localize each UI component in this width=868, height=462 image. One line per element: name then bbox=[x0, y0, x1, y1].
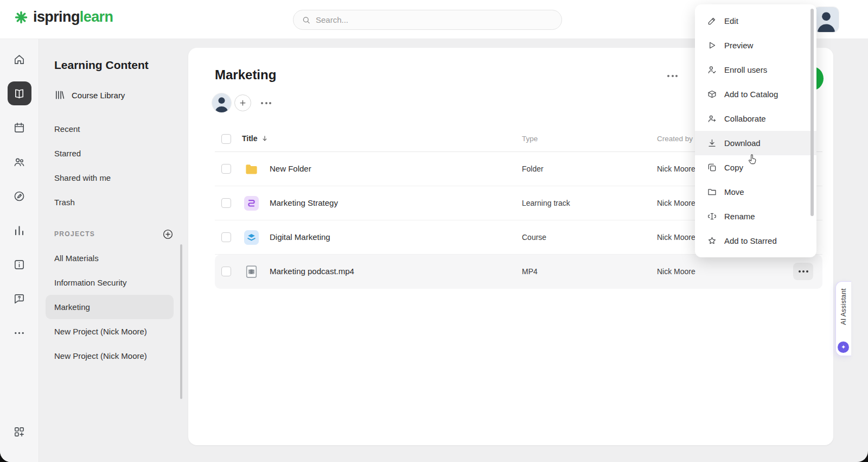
folder-icon bbox=[244, 162, 259, 176]
user-avatar[interactable] bbox=[814, 7, 839, 32]
home-icon bbox=[13, 53, 25, 66]
table-row[interactable]: Marketing podcast.mp4 MP4 Nick Moore bbox=[215, 255, 822, 289]
menu-item-move[interactable]: Move bbox=[695, 180, 816, 204]
star-icon bbox=[707, 236, 717, 246]
app-window: ispringlearn bbox=[0, 0, 868, 462]
download-icon bbox=[707, 138, 717, 148]
catalog-icon bbox=[707, 89, 717, 99]
rail-people-button[interactable] bbox=[8, 150, 31, 174]
menu-item-add-to-catalog[interactable]: Add to Catalog bbox=[695, 82, 816, 106]
sidebar-item-shared-with-me[interactable]: Shared with me bbox=[54, 166, 174, 190]
sort-desc-icon bbox=[261, 135, 269, 142]
search-icon bbox=[302, 15, 311, 25]
rail-calendar-button[interactable] bbox=[8, 116, 31, 140]
row-checkbox[interactable] bbox=[221, 267, 231, 276]
project-item-marketing[interactable]: Marketing bbox=[46, 295, 174, 319]
learning-track-icon bbox=[244, 196, 259, 211]
rail-reports-button[interactable] bbox=[8, 218, 31, 242]
nav-rail bbox=[0, 39, 39, 462]
global-search bbox=[293, 10, 562, 30]
row-title: Marketing podcast.mp4 bbox=[270, 267, 354, 276]
people-icon bbox=[13, 156, 25, 168]
owner-avatar[interactable] bbox=[212, 93, 231, 112]
row-created-by: Nick Moore bbox=[657, 164, 695, 173]
ispring-asterisk-icon bbox=[14, 10, 28, 24]
row-created-by: Nick Moore bbox=[657, 267, 695, 276]
sidebar-item-starred[interactable]: Starred bbox=[54, 141, 174, 166]
folder-more-button[interactable] bbox=[661, 69, 684, 83]
sidebar-nav: Recent Starred Shared with me Trash bbox=[54, 117, 174, 214]
menu-item-download[interactable]: Download bbox=[695, 131, 816, 155]
row-created-by: Nick Moore bbox=[657, 233, 695, 242]
sidebar-item-course-library[interactable]: Course Library bbox=[54, 90, 174, 100]
column-header-title[interactable]: Title bbox=[242, 134, 269, 143]
menu-item-collaborate[interactable]: Collaborate bbox=[695, 106, 816, 131]
video-file-icon bbox=[244, 264, 259, 279]
menu-item-rename[interactable]: Rename bbox=[695, 204, 816, 229]
rail-more-button[interactable] bbox=[8, 321, 31, 345]
row-created-by: Nick Moore bbox=[657, 199, 695, 207]
row-type: MP4 bbox=[522, 267, 538, 276]
apps-grid-icon bbox=[13, 426, 25, 438]
row-type: Folder bbox=[522, 164, 544, 173]
menu-item-add-to-starred[interactable]: Add to Starred bbox=[695, 229, 816, 253]
sidebar-title: Learning Content bbox=[54, 59, 174, 72]
owner-more-button[interactable] bbox=[254, 97, 278, 110]
add-collaborator-button[interactable] bbox=[234, 94, 251, 111]
enroll-users-icon bbox=[707, 65, 717, 75]
copy-icon bbox=[707, 162, 717, 173]
menu-item-copy[interactable]: Copy bbox=[695, 155, 816, 180]
search-input[interactable] bbox=[316, 15, 553, 24]
sidebar-item-recent[interactable]: Recent bbox=[54, 117, 174, 141]
sidebar: Learning Content Course Library Recent S… bbox=[39, 39, 189, 462]
menu-item-edit[interactable]: Edit bbox=[695, 9, 816, 33]
collaborate-icon bbox=[707, 113, 717, 124]
sidebar-scrollbar[interactable] bbox=[180, 244, 182, 399]
menu-item-preview[interactable]: Preview bbox=[695, 33, 816, 58]
info-panel-icon bbox=[13, 258, 25, 271]
pen-circle-icon bbox=[13, 190, 25, 202]
row-type: Learning track bbox=[522, 199, 570, 207]
rail-feedback-button[interactable] bbox=[8, 287, 31, 311]
brand-name: ispringlearn bbox=[33, 9, 113, 26]
add-project-button[interactable] bbox=[162, 229, 174, 240]
row-title: Marketing Strategy bbox=[270, 198, 338, 207]
row-type: Course bbox=[522, 233, 546, 242]
context-menu: Edit Preview Enroll users Add to Catalog… bbox=[695, 4, 816, 257]
book-icon bbox=[13, 87, 25, 100]
select-all-checkbox[interactable] bbox=[221, 134, 231, 144]
rail-assignments-button[interactable] bbox=[8, 184, 31, 208]
row-title: New Folder bbox=[270, 164, 311, 173]
help-chat-icon bbox=[13, 293, 25, 305]
project-item-new-project-1[interactable]: New Project (Nick Moore) bbox=[46, 319, 174, 344]
rail-home-button[interactable] bbox=[8, 47, 31, 71]
ai-sparkle-icon: ✦ bbox=[838, 341, 849, 353]
sidebar-item-label: Course Library bbox=[72, 91, 125, 100]
row-checkbox[interactable] bbox=[221, 232, 231, 242]
ellipsis-icon bbox=[13, 327, 25, 339]
column-header-type[interactable]: Type bbox=[522, 135, 538, 143]
projects-label: PROJECTS bbox=[54, 230, 95, 238]
row-checkbox[interactable] bbox=[221, 198, 231, 208]
bar-chart-icon bbox=[13, 224, 25, 237]
row-actions-button[interactable] bbox=[793, 263, 813, 280]
project-item-new-project-2[interactable]: New Project (Nick Moore) bbox=[46, 344, 174, 368]
column-header-created-by[interactable]: Created by bbox=[657, 135, 693, 143]
edit-icon bbox=[707, 16, 717, 26]
project-item-information-security[interactable]: Information Security bbox=[46, 270, 174, 295]
row-title: Digital Marketing bbox=[270, 232, 330, 242]
rename-icon bbox=[707, 211, 717, 221]
menu-item-enroll-users[interactable]: Enroll users bbox=[695, 58, 816, 82]
sidebar-item-trash[interactable]: Trash bbox=[54, 190, 174, 214]
menu-scrollbar[interactable] bbox=[810, 9, 814, 216]
move-icon bbox=[707, 187, 717, 197]
ai-assistant-tab[interactable]: AI Assistant ✦ bbox=[835, 281, 851, 356]
row-checkbox[interactable] bbox=[221, 164, 231, 174]
course-icon bbox=[244, 230, 259, 245]
library-columns-icon bbox=[54, 90, 65, 100]
rail-learning-content-button[interactable] bbox=[8, 81, 31, 105]
rail-apps-button[interactable] bbox=[8, 420, 31, 444]
owner-row bbox=[212, 93, 278, 112]
project-item-all-materials[interactable]: All Materials bbox=[46, 246, 174, 270]
rail-info-button[interactable] bbox=[8, 252, 31, 276]
